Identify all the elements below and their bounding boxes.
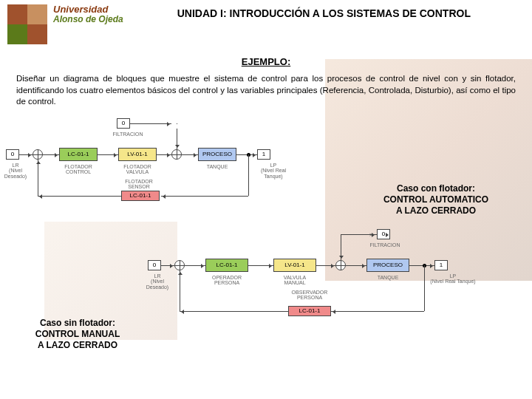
disturb-value: 0 [117, 118, 130, 129]
sum-junction-1 [174, 260, 185, 270]
output-label: LP (Nivel Real Tanque) [251, 163, 296, 180]
lc-label: FLOTADOR CONTROL [59, 164, 98, 175]
lv-label: VALVULA MANUAL [273, 275, 316, 286]
sensor-block: LC-01-1 [121, 191, 160, 201]
sensor-block: LC-01-1 [288, 306, 331, 316]
lv-block: LV-01-1 [273, 259, 316, 272]
input-label: LR (Nivel Deseado) [145, 273, 170, 290]
lv-block: LV-01-1 [118, 148, 157, 161]
sum-junction-1 [33, 149, 43, 160]
sensor-label: OBSERVADOR PERSONA [285, 290, 334, 301]
uni-line1: Universidad [53, 4, 123, 15]
lc-block: LC-01-1 [59, 148, 98, 161]
proc-label: TANQUE [366, 275, 409, 281]
sensor-label: FLOTADOR SENSOR [117, 179, 161, 190]
input-value: 0 [6, 149, 19, 160]
input-value: 0 [148, 260, 161, 270]
proc-block: PROCESO [366, 259, 409, 272]
lc-block: LC-01-1 [205, 259, 248, 272]
body-text: Diseñar un diagrama de bloques que muest… [0, 73, 532, 108]
page-title: UNIDAD I: INTRODUCCIÓN A LOS SISTEMAS DE… [123, 4, 525, 19]
lc-label: OPERADOR PERSONA [205, 275, 248, 286]
lv-label: FLOTADOR VALVULA [118, 164, 157, 175]
sum-junction-2 [171, 149, 182, 160]
diagram-closed-loop-manual: 0 FILTRACION > 0 LR (Nivel Deseado) LC-0… [148, 229, 526, 325]
input-label: LR (Nivel Deseado) [3, 163, 28, 180]
university-logo [7, 4, 47, 44]
subtitle: EJEMPLO: [0, 56, 532, 67]
proc-label: TANQUE [198, 164, 236, 170]
disturb-label: FILTRACION [109, 132, 146, 137]
header: Universidad Alonso de Ojeda UNIDAD I: IN… [0, 0, 532, 49]
sum-junction-2 [335, 260, 346, 270]
university-name: Universidad Alonso de Ojeda [53, 4, 123, 24]
output-value: 1 [434, 260, 448, 270]
proc-block: PROCESO [198, 148, 236, 161]
uni-line2: Alonso de Ojeda [53, 15, 123, 24]
caption-manual: Caso sin flotador: CONTROL MANUAL A LAZO… [22, 318, 133, 351]
disturb-label: FILTRACION [366, 242, 403, 248]
output-value: 1 [257, 149, 270, 160]
caption-auto: Caso con flotador: CONTROL AUTOMATICO A … [369, 183, 502, 216]
output-label: LP (Nivel Real Tanque) [429, 273, 477, 284]
